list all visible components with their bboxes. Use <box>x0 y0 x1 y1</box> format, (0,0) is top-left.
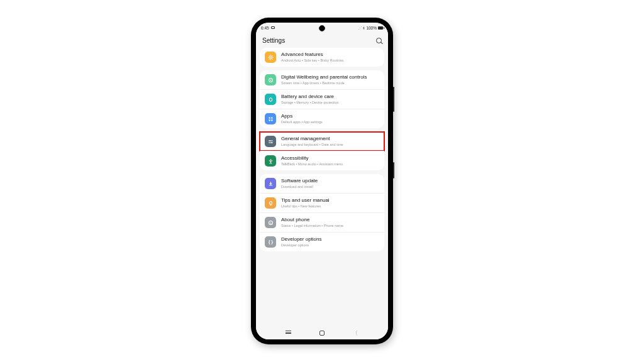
row-subtitle: Android Auto • Side key • Bixby Routines <box>281 58 379 63</box>
svg-rect-6 <box>271 119 272 121</box>
settings-row-wellbeing[interactable]: Digital Wellbeing and parental controlsS… <box>260 70 384 89</box>
settings-row-update[interactable]: Software updateDownload and install <box>260 174 384 193</box>
row-subtitle: Language and keyboard • Date and time <box>281 143 379 147</box>
svg-point-14 <box>270 221 271 222</box>
app-bar: Settings <box>256 33 388 48</box>
settings-group: Digital Wellbeing and parental controlsS… <box>260 70 384 128</box>
nav-back-icon[interactable]: 〈 <box>354 331 358 336</box>
svg-rect-5 <box>269 119 270 121</box>
row-subtitle: Screen time • App timers • Bedtime mode <box>281 81 379 85</box>
wifi-icon: ⋰ <box>358 26 362 30</box>
settings-row-general[interactable]: General managementLanguage and keyboard … <box>260 132 384 151</box>
row-text: AppsDefault apps • App settings <box>281 113 379 124</box>
download-icon <box>265 178 276 189</box>
row-title: Developer options <box>281 236 379 243</box>
row-subtitle: TalkBack • Mono audio • Assistant menu <box>281 162 379 167</box>
row-title: Software update <box>281 178 379 184</box>
svg-rect-3 <box>269 117 270 118</box>
settings-row-a11y[interactable]: AccessibilityTalkBack • Mono audio • Ass… <box>260 151 384 170</box>
camera-icon <box>271 26 275 29</box>
settings-row-battery[interactable]: Battery and device careStorage • Memory … <box>260 89 384 109</box>
row-text: Digital Wellbeing and parental controlsS… <box>281 74 379 85</box>
screen: 6:45 ⋰ ▮ 100% Settings Advanced features… <box>256 23 388 339</box>
row-text: Tips and user manualUseful tips • New fe… <box>281 197 379 209</box>
row-text: General managementLanguage and keyboard … <box>281 136 379 147</box>
settings-group: Software updateDownload and installTips … <box>260 174 384 251</box>
wellbeing-icon <box>265 74 276 85</box>
row-text: Developer optionsDeveloper options <box>281 236 379 248</box>
page-title: Settings <box>262 37 285 44</box>
row-text: About phoneStatus • Legal information • … <box>281 217 379 228</box>
front-camera-icon <box>319 25 325 31</box>
svg-point-0 <box>270 57 272 58</box>
row-title: Advanced features <box>281 52 379 58</box>
nav-recents-icon[interactable] <box>286 332 291 334</box>
sliders-icon <box>265 136 276 147</box>
care-icon <box>265 94 276 105</box>
svg-point-9 <box>269 140 270 141</box>
settings-row-apps[interactable]: AppsDefault apps • App settings <box>260 109 384 128</box>
settings-row-tips[interactable]: Tips and user manualUseful tips • New fe… <box>260 193 384 212</box>
row-title: Accessibility <box>281 155 379 162</box>
row-subtitle: Status • Legal information • Phone name <box>281 224 379 228</box>
svg-point-2 <box>270 79 271 80</box>
settings-row-about[interactable]: About phoneStatus • Legal information • … <box>260 212 384 232</box>
svg-point-11 <box>270 159 271 160</box>
gear-icon <box>265 52 276 63</box>
row-subtitle: Developer options <box>281 243 379 248</box>
row-subtitle: Default apps • App settings <box>281 120 379 124</box>
status-battery-pct: 100% <box>366 26 377 30</box>
row-title: About phone <box>281 217 379 223</box>
accessibility-icon <box>265 155 276 167</box>
row-text: AccessibilityTalkBack • Mono audio • Ass… <box>281 155 379 167</box>
battery-icon <box>378 26 383 30</box>
settings-group: Advanced featuresAndroid Auto • Side key… <box>260 48 384 67</box>
row-title: Tips and user manual <box>281 197 379 204</box>
nav-home-icon[interactable] <box>319 331 325 336</box>
settings-list[interactable]: Advanced featuresAndroid Auto • Side key… <box>256 48 388 327</box>
row-title: Apps <box>281 113 379 119</box>
row-text: Battery and device careStorage • Memory … <box>281 94 379 105</box>
row-subtitle: Download and install <box>281 185 379 189</box>
grid-icon <box>265 113 276 124</box>
svg-rect-4 <box>271 117 272 118</box>
settings-group: General managementLanguage and keyboard … <box>260 132 384 170</box>
row-title: Battery and device care <box>281 94 379 100</box>
svg-point-10 <box>271 142 272 143</box>
phone-frame: 6:45 ⋰ ▮ 100% Settings Advanced features… <box>251 18 393 344</box>
search-icon[interactable] <box>376 38 382 43</box>
nav-bar: 〈 <box>256 327 388 339</box>
lightbulb-icon <box>265 197 276 209</box>
row-subtitle: Useful tips • New features <box>281 204 379 209</box>
status-time: 6:45 <box>261 26 269 30</box>
row-text: Advanced featuresAndroid Auto • Side key… <box>281 52 379 63</box>
row-title: General management <box>281 136 379 142</box>
info-icon <box>265 217 276 228</box>
row-text: Software updateDownload and install <box>281 178 379 189</box>
side-button-power <box>393 162 394 178</box>
signal-icon: ▮ <box>363 26 365 30</box>
braces-icon <box>265 236 276 248</box>
row-subtitle: Storage • Memory • Device protection <box>281 101 379 105</box>
settings-row-dev[interactable]: Developer optionsDeveloper options <box>260 232 384 251</box>
settings-row-advanced[interactable]: Advanced featuresAndroid Auto • Side key… <box>260 48 384 67</box>
side-button-volume <box>393 87 394 112</box>
row-title: Digital Wellbeing and parental controls <box>281 74 379 80</box>
